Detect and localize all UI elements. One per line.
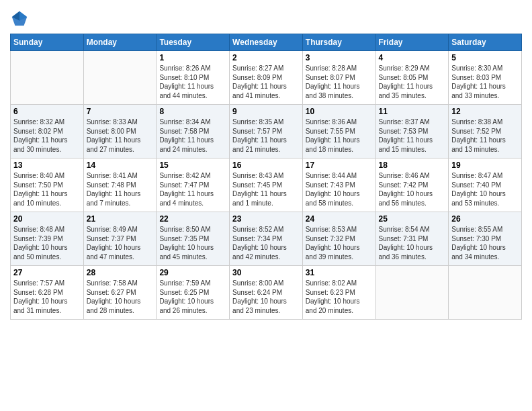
calendar-cell: 30Sunrise: 8:00 AM Sunset: 6:24 PM Dayli… (230, 266, 303, 320)
day-info: Sunrise: 8:55 AM Sunset: 7:30 PM Dayligh… (451, 225, 519, 261)
calendar-cell: 3Sunrise: 8:28 AM Sunset: 8:07 PM Daylig… (302, 51, 375, 105)
calendar-cell: 27Sunrise: 7:57 AM Sunset: 6:28 PM Dayli… (11, 266, 84, 320)
calendar-week-row: 1Sunrise: 8:26 AM Sunset: 8:10 PM Daylig… (11, 51, 522, 105)
day-number: 1 (159, 53, 226, 62)
weekday-header: Sunday (11, 34, 84, 51)
day-number: 10 (306, 107, 373, 116)
calendar-cell: 16Sunrise: 8:43 AM Sunset: 7:45 PM Dayli… (230, 158, 303, 212)
calendar-cell: 7Sunrise: 8:33 AM Sunset: 8:00 PM Daylig… (83, 105, 157, 158)
day-info: Sunrise: 8:33 AM Sunset: 8:00 PM Dayligh… (87, 118, 154, 154)
day-number: 4 (379, 53, 446, 62)
day-number: 29 (159, 268, 226, 277)
day-number: 20 (13, 214, 81, 224)
day-number: 31 (306, 268, 373, 277)
day-info: Sunrise: 8:27 AM Sunset: 8:09 PM Dayligh… (232, 64, 300, 100)
calendar-cell: 22Sunrise: 8:50 AM Sunset: 7:35 PM Dayli… (157, 212, 230, 266)
calendar-week-row: 20Sunrise: 8:48 AM Sunset: 7:39 PM Dayli… (11, 212, 522, 266)
calendar-table: SundayMondayTuesdayWednesdayThursdayFrid… (10, 34, 522, 320)
weekday-header: Thursday (302, 34, 375, 51)
day-number: 27 (13, 268, 81, 277)
calendar-week-row: 6Sunrise: 8:32 AM Sunset: 8:02 PM Daylig… (11, 105, 522, 158)
weekday-header: Saturday (449, 34, 522, 51)
day-number: 22 (159, 214, 226, 224)
calendar-cell (375, 266, 449, 320)
day-info: Sunrise: 8:26 AM Sunset: 8:10 PM Dayligh… (159, 64, 226, 100)
calendar-cell: 9Sunrise: 8:35 AM Sunset: 7:57 PM Daylig… (230, 105, 303, 158)
day-number: 6 (13, 107, 81, 116)
calendar-cell: 10Sunrise: 8:36 AM Sunset: 7:55 PM Dayli… (302, 105, 375, 158)
calendar-cell: 18Sunrise: 8:46 AM Sunset: 7:42 PM Dayli… (375, 158, 449, 212)
day-info: Sunrise: 8:43 AM Sunset: 7:45 PM Dayligh… (232, 171, 300, 208)
calendar-cell: 8Sunrise: 8:34 AM Sunset: 7:58 PM Daylig… (157, 105, 230, 158)
calendar-cell: 23Sunrise: 8:52 AM Sunset: 7:34 PM Dayli… (230, 212, 303, 266)
weekday-header: Wednesday (230, 34, 303, 51)
calendar-cell (449, 266, 522, 320)
calendar-cell: 25Sunrise: 8:54 AM Sunset: 7:31 PM Dayli… (375, 212, 449, 266)
calendar-cell: 29Sunrise: 7:59 AM Sunset: 6:25 PM Dayli… (157, 266, 230, 320)
day-info: Sunrise: 8:46 AM Sunset: 7:42 PM Dayligh… (379, 171, 446, 208)
weekday-header: Friday (375, 34, 449, 51)
calendar-cell: 26Sunrise: 8:55 AM Sunset: 7:30 PM Dayli… (449, 212, 522, 266)
day-number: 14 (87, 161, 154, 170)
weekday-header: Tuesday (157, 34, 230, 51)
day-number: 11 (379, 107, 446, 116)
calendar-cell: 13Sunrise: 8:40 AM Sunset: 7:50 PM Dayli… (11, 158, 84, 212)
calendar-cell: 15Sunrise: 8:42 AM Sunset: 7:47 PM Dayli… (157, 158, 230, 212)
day-info: Sunrise: 8:37 AM Sunset: 7:53 PM Dayligh… (379, 118, 446, 154)
day-number: 21 (87, 214, 154, 224)
day-number: 12 (451, 107, 519, 116)
header (10, 7, 522, 28)
logo-icon (10, 9, 29, 28)
day-number: 19 (451, 161, 519, 170)
day-info: Sunrise: 8:47 AM Sunset: 7:40 PM Dayligh… (451, 171, 519, 208)
calendar-cell: 17Sunrise: 8:44 AM Sunset: 7:43 PM Dayli… (302, 158, 375, 212)
day-number: 2 (232, 53, 300, 62)
calendar-week-row: 27Sunrise: 7:57 AM Sunset: 6:28 PM Dayli… (11, 266, 522, 320)
calendar-cell: 31Sunrise: 8:02 AM Sunset: 6:23 PM Dayli… (302, 266, 375, 320)
day-info: Sunrise: 7:58 AM Sunset: 6:27 PM Dayligh… (87, 279, 154, 315)
day-number: 17 (306, 161, 373, 170)
calendar-cell: 19Sunrise: 8:47 AM Sunset: 7:40 PM Dayli… (449, 158, 522, 212)
day-info: Sunrise: 8:00 AM Sunset: 6:24 PM Dayligh… (232, 279, 300, 315)
calendar-cell: 20Sunrise: 8:48 AM Sunset: 7:39 PM Dayli… (11, 212, 84, 266)
day-info: Sunrise: 8:36 AM Sunset: 7:55 PM Dayligh… (306, 118, 373, 154)
day-number: 9 (232, 107, 300, 116)
day-info: Sunrise: 8:54 AM Sunset: 7:31 PM Dayligh… (379, 225, 446, 261)
calendar-cell: 12Sunrise: 8:38 AM Sunset: 7:52 PM Dayli… (449, 105, 522, 158)
day-number: 5 (451, 53, 519, 62)
day-info: Sunrise: 8:40 AM Sunset: 7:50 PM Dayligh… (13, 171, 81, 208)
day-number: 7 (87, 107, 154, 116)
calendar-cell: 5Sunrise: 8:30 AM Sunset: 8:03 PM Daylig… (449, 51, 522, 105)
calendar-cell (83, 51, 157, 105)
day-info: Sunrise: 8:52 AM Sunset: 7:34 PM Dayligh… (232, 225, 300, 261)
calendar-cell: 11Sunrise: 8:37 AM Sunset: 7:53 PM Dayli… (375, 105, 449, 158)
calendar-cell: 28Sunrise: 7:58 AM Sunset: 6:27 PM Dayli… (83, 266, 157, 320)
day-number: 8 (159, 107, 226, 116)
day-info: Sunrise: 8:32 AM Sunset: 8:02 PM Dayligh… (13, 118, 81, 154)
day-number: 18 (379, 161, 446, 170)
calendar-cell: 2Sunrise: 8:27 AM Sunset: 8:09 PM Daylig… (230, 51, 303, 105)
day-info: Sunrise: 8:35 AM Sunset: 7:57 PM Dayligh… (232, 118, 300, 154)
day-info: Sunrise: 8:28 AM Sunset: 8:07 PM Dayligh… (306, 64, 373, 100)
calendar-week-row: 13Sunrise: 8:40 AM Sunset: 7:50 PM Dayli… (11, 158, 522, 212)
calendar-cell: 6Sunrise: 8:32 AM Sunset: 8:02 PM Daylig… (11, 105, 84, 158)
day-info: Sunrise: 8:44 AM Sunset: 7:43 PM Dayligh… (306, 171, 373, 208)
calendar-cell: 4Sunrise: 8:29 AM Sunset: 8:05 PM Daylig… (375, 51, 449, 105)
day-number: 24 (306, 214, 373, 224)
weekday-header: Monday (83, 34, 157, 51)
day-info: Sunrise: 8:30 AM Sunset: 8:03 PM Dayligh… (451, 64, 519, 100)
calendar-cell: 21Sunrise: 8:49 AM Sunset: 7:37 PM Dayli… (83, 212, 157, 266)
calendar-cell: 1Sunrise: 8:26 AM Sunset: 8:10 PM Daylig… (157, 51, 230, 105)
day-number: 26 (451, 214, 519, 224)
day-info: Sunrise: 7:59 AM Sunset: 6:25 PM Dayligh… (159, 279, 226, 315)
day-number: 23 (232, 214, 300, 224)
day-info: Sunrise: 8:29 AM Sunset: 8:05 PM Dayligh… (379, 64, 446, 100)
calendar-cell: 14Sunrise: 8:41 AM Sunset: 7:48 PM Dayli… (83, 158, 157, 212)
day-info: Sunrise: 8:49 AM Sunset: 7:37 PM Dayligh… (87, 225, 154, 261)
calendar-cell: 24Sunrise: 8:53 AM Sunset: 7:32 PM Dayli… (302, 212, 375, 266)
calendar-cell (11, 51, 84, 105)
day-info: Sunrise: 7:57 AM Sunset: 6:28 PM Dayligh… (13, 279, 81, 315)
day-number: 15 (159, 161, 226, 170)
day-number: 3 (306, 53, 373, 62)
day-info: Sunrise: 8:48 AM Sunset: 7:39 PM Dayligh… (13, 225, 81, 261)
